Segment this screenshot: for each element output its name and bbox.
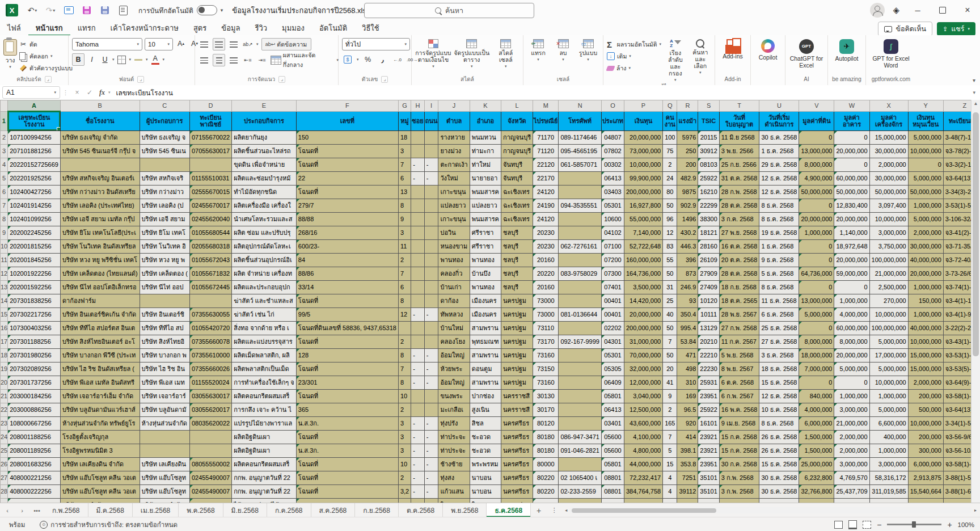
cell-G28[interactable]: 3,2	[398, 484, 411, 498]
cell-X2[interactable]: 15,000,000	[869, 130, 908, 144]
cell-J21[interactable]: ขนงพระ	[438, 389, 470, 403]
cell-N14[interactable]	[559, 294, 602, 307]
increase-decimal-button[interactable]: ←.0	[392, 54, 403, 65]
cell-C4[interactable]	[140, 158, 189, 171]
cell-G23[interactable]: 3	[398, 416, 411, 430]
number-format-select[interactable]: ทั่วไป▾	[342, 38, 410, 50]
grow-font-button[interactable]: A▴	[175, 38, 187, 49]
premium-gem-icon[interactable]: ◈	[893, 5, 899, 15]
cell-A10[interactable]: 202001815256	[8, 239, 61, 253]
cell-V2[interactable]: 0	[799, 130, 834, 144]
font-name-select[interactable]: Tahoma▾	[72, 38, 142, 50]
increase-indent-button[interactable]: ⇥≡	[256, 54, 268, 66]
accounting-format-button[interactable]: $	[342, 54, 353, 65]
cell-T13[interactable]: 18 ก.ย. 2568	[719, 280, 759, 294]
cell-K11[interactable]: พานทอง	[470, 253, 501, 267]
cell-M16[interactable]: 73110	[533, 321, 559, 335]
cell-D14[interactable]	[189, 294, 231, 307]
cell-B15[interactable]: บริษัท อินเตอร์ชิคเก้น จำกัด	[60, 307, 140, 321]
cell-X28[interactable]: 311,019,585	[869, 484, 908, 498]
cell-K25[interactable]: ชะอวด	[470, 444, 501, 457]
cell-N10[interactable]: 062-7276161	[559, 239, 602, 253]
cell-Y18[interactable]: 15,000,000	[908, 348, 943, 362]
cell-X6[interactable]: 50,000,000	[869, 185, 908, 199]
cell-W27[interactable]: 4,769,570	[834, 471, 869, 484]
cell-Q15[interactable]: 40	[663, 307, 677, 321]
align-middle-button[interactable]	[213, 38, 225, 50]
sheet-tab-ก.ย.2568[interactable]: ก.ย.2568	[355, 503, 399, 517]
horizontal-scrollbar[interactable]: ◂ ▸	[565, 505, 977, 515]
cell-V28[interactable]: 32,766,800	[799, 484, 834, 498]
cell-U19[interactable]: 18 ธ.ค. 2568	[759, 362, 799, 376]
cell-C27[interactable]: บริษัท แอ๊บโซลูท	[140, 471, 189, 484]
collapse-ribbon-button[interactable]: ▾	[973, 77, 975, 83]
cell-H12[interactable]	[411, 267, 425, 280]
cell-L7[interactable]: ฉะเชิงเทร	[501, 199, 533, 212]
cell-A5[interactable]: 202201925256	[8, 171, 61, 185]
column-header-S[interactable]: S	[698, 100, 720, 112]
sheet-tab-พ.ค.2568[interactable]: พ.ค.2568	[179, 503, 223, 517]
cell-B26[interactable]: บริษัท เลเคียงดิน จำกัด	[60, 457, 140, 471]
cell-X26[interactable]: 3,000,000	[869, 457, 908, 471]
cell-Q6[interactable]: 80	[663, 185, 677, 199]
search-input[interactable]: ค้นหา	[364, 3, 534, 18]
cell-U20[interactable]: 15 ธ.ค. 2568	[759, 376, 799, 389]
cell-R28[interactable]: 39112	[677, 484, 698, 498]
cell-L18[interactable]: นครปฐม	[501, 348, 533, 362]
cell-N18[interactable]	[559, 348, 602, 362]
cell-U18[interactable]: 3 ธ.ค. 2568	[759, 348, 799, 362]
cell-N13[interactable]	[559, 280, 602, 294]
cell-A29[interactable]: 201201304256	[8, 498, 61, 503]
cell-T29[interactable]	[719, 498, 759, 503]
cell-D6[interactable]: 02555670015	[189, 185, 231, 199]
cell-V16[interactable]: 0	[799, 321, 834, 335]
cell-X16[interactable]: 100,000,000	[869, 321, 908, 335]
cell-I20[interactable]: -	[424, 376, 438, 389]
cell-S4[interactable]: 08103	[698, 158, 720, 171]
cell-T16[interactable]: 27 ก.พ. 2568	[719, 321, 759, 335]
cell-G12[interactable]: 7	[398, 267, 411, 280]
cell-G2[interactable]: 18	[398, 130, 411, 144]
cell-T24[interactable]: 15 ก.ค. 2568	[719, 430, 759, 444]
cell-S5[interactable]: 25922	[698, 171, 720, 185]
expand-formula-bar-icon[interactable]: ▾	[973, 90, 975, 95]
cell-M24[interactable]: 80180	[533, 430, 559, 444]
cell-styles-button[interactable]: สไตล์เซลล์▾	[492, 38, 519, 69]
cell-S28[interactable]: 35101	[698, 484, 720, 498]
cell-U28[interactable]: 30 ธ.ค. 2568	[759, 484, 799, 498]
cell-R25[interactable]: 398.1	[677, 444, 698, 457]
cell-E21[interactable]: ผลิตค​อนกรีตผสมเสร็	[232, 389, 297, 403]
cell-Y16[interactable]: 40,000,000	[908, 321, 943, 335]
cell-W6[interactable]: 50,000,000	[834, 185, 869, 199]
cell-F8[interactable]: 88/88	[296, 212, 398, 226]
cell-L5[interactable]: จันทบุรี	[501, 171, 533, 185]
cell-X8[interactable]: 10,000,000	[869, 212, 908, 226]
cell-J23[interactable]: ทุ่งปรัง	[438, 416, 470, 430]
cell-G16[interactable]	[398, 321, 411, 335]
cell-A23[interactable]: 108000667256	[8, 416, 61, 430]
cell-E17[interactable]: ผลิตและแบ่งบรรจุสาร	[232, 335, 297, 348]
redo-button[interactable]: ↷▾	[42, 3, 59, 17]
cell-T14[interactable]: 18 ต.ค. 2565	[719, 294, 759, 307]
cell-C2[interactable]: บริษัท ธงเจริญ จ	[140, 130, 189, 144]
cell-Q27[interactable]: 4	[663, 471, 677, 484]
row-header-4[interactable]: 4	[1, 158, 8, 171]
chevron-down-icon[interactable]: ▾	[112, 57, 115, 62]
cell-O8[interactable]: 10600	[601, 212, 624, 226]
cell-I27[interactable]: -	[424, 471, 438, 484]
cell-X10[interactable]: 3,750,000	[869, 239, 908, 253]
cell-W2[interactable]: 0	[834, 130, 869, 144]
horizontal-scroll-thumb[interactable]	[572, 508, 716, 513]
cell-R18[interactable]: 471	[677, 348, 698, 362]
cell-V23[interactable]: 6,000,000	[799, 416, 834, 430]
cell-O18[interactable]: 05301	[601, 348, 624, 362]
cell-G5[interactable]: 6	[398, 171, 411, 185]
cell-G11[interactable]: 2	[398, 253, 411, 267]
cell-M7[interactable]: 24190	[533, 199, 559, 212]
autosave-toggle[interactable]	[197, 5, 217, 15]
cell-Q1[interactable]: คนงาน	[663, 111, 677, 130]
cell-S24[interactable]: 23921	[698, 430, 720, 444]
cell-P4[interactable]: 10,000,000	[624, 158, 662, 171]
cell-Q14[interactable]: 25	[663, 294, 677, 307]
cell-E27[interactable]: กกพ. อนุญาตวันที่ 22	[232, 471, 297, 484]
